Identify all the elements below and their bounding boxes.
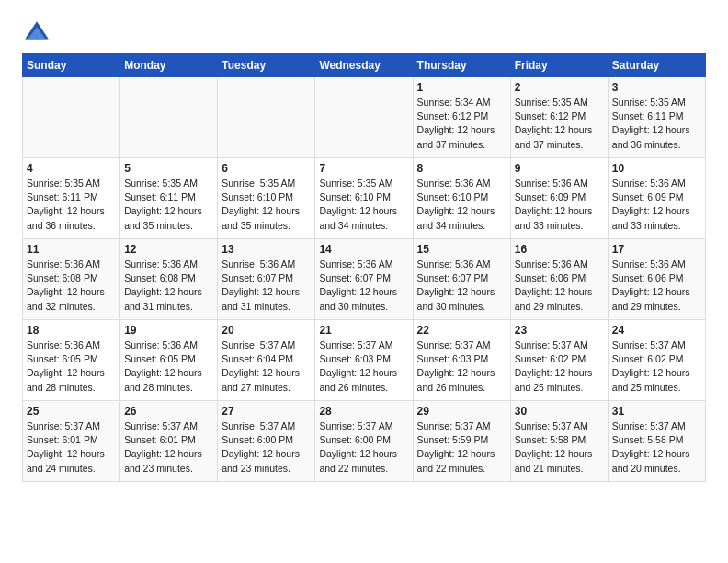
calendar-cell: 11Sunrise: 5:36 AM Sunset: 6:08 PM Dayli… (23, 239, 120, 320)
day-content: Sunrise: 5:36 AM Sunset: 6:09 PM Dayligh… (515, 177, 604, 233)
calendar-cell: 16Sunrise: 5:36 AM Sunset: 6:06 PM Dayli… (510, 239, 608, 320)
calendar-cell: 7Sunrise: 5:35 AM Sunset: 6:10 PM Daylig… (315, 158, 413, 239)
day-number: 2 (515, 81, 604, 94)
calendar-cell: 4Sunrise: 5:35 AM Sunset: 6:11 PM Daylig… (23, 158, 120, 239)
calendar-cell: 14Sunrise: 5:36 AM Sunset: 6:07 PM Dayli… (315, 239, 413, 320)
calendar-cell: 3Sunrise: 5:35 AM Sunset: 6:11 PM Daylig… (608, 77, 705, 158)
day-content: Sunrise: 5:35 AM Sunset: 6:11 PM Dayligh… (612, 96, 701, 152)
calendar-cell: 22Sunrise: 5:37 AM Sunset: 6:03 PM Dayli… (413, 320, 510, 401)
day-content: Sunrise: 5:37 AM Sunset: 6:03 PM Dayligh… (319, 339, 408, 395)
day-number: 19 (124, 324, 213, 337)
calendar-table: SundayMondayTuesdayWednesdayThursdayFrid… (22, 53, 706, 482)
day-number: 5 (124, 162, 213, 175)
calendar-cell: 2Sunrise: 5:35 AM Sunset: 6:12 PM Daylig… (510, 77, 608, 158)
day-number: 12 (124, 243, 213, 256)
page-header (22, 18, 706, 48)
day-number: 11 (27, 243, 116, 256)
calendar-body: 1Sunrise: 5:34 AM Sunset: 6:12 PM Daylig… (23, 77, 706, 482)
day-content: Sunrise: 5:37 AM Sunset: 6:00 PM Dayligh… (319, 419, 408, 476)
day-content: Sunrise: 5:36 AM Sunset: 6:05 PM Dayligh… (27, 339, 116, 395)
day-content: Sunrise: 5:36 AM Sunset: 6:06 PM Dayligh… (612, 258, 701, 314)
day-number: 16 (515, 243, 604, 256)
calendar-cell: 25Sunrise: 5:37 AM Sunset: 6:01 PM Dayli… (23, 401, 120, 482)
day-content: Sunrise: 5:37 AM Sunset: 6:03 PM Dayligh… (417, 339, 506, 395)
day-number: 10 (612, 162, 701, 175)
day-content: Sunrise: 5:37 AM Sunset: 6:04 PM Dayligh… (222, 339, 311, 395)
calendar-cell: 29Sunrise: 5:37 AM Sunset: 5:59 PM Dayli… (413, 401, 510, 482)
day-content: Sunrise: 5:37 AM Sunset: 6:01 PM Dayligh… (27, 419, 116, 476)
day-number: 25 (27, 405, 116, 418)
calendar-week-row: 25Sunrise: 5:37 AM Sunset: 6:01 PM Dayli… (23, 401, 706, 482)
day-content: Sunrise: 5:36 AM Sunset: 6:07 PM Dayligh… (319, 258, 408, 314)
calendar-cell: 23Sunrise: 5:37 AM Sunset: 6:02 PM Dayli… (510, 320, 608, 401)
day-number: 9 (515, 162, 604, 175)
day-number: 18 (27, 324, 116, 337)
day-content: Sunrise: 5:37 AM Sunset: 6:00 PM Dayligh… (222, 419, 311, 476)
calendar-header: SundayMondayTuesdayWednesdayThursdayFrid… (23, 54, 706, 77)
day-content: Sunrise: 5:37 AM Sunset: 6:01 PM Dayligh… (124, 419, 213, 476)
calendar-cell: 13Sunrise: 5:36 AM Sunset: 6:07 PM Dayli… (218, 239, 315, 320)
calendar-cell (120, 77, 218, 158)
weekday-header-saturday: Saturday (608, 54, 705, 77)
day-number: 20 (222, 324, 311, 337)
day-number: 30 (515, 405, 604, 418)
calendar-cell: 24Sunrise: 5:37 AM Sunset: 6:02 PM Dayli… (608, 320, 705, 401)
calendar-cell: 28Sunrise: 5:37 AM Sunset: 6:00 PM Dayli… (315, 401, 413, 482)
calendar-cell: 18Sunrise: 5:36 AM Sunset: 6:05 PM Dayli… (23, 320, 120, 401)
day-content: Sunrise: 5:35 AM Sunset: 6:10 PM Dayligh… (319, 177, 408, 233)
day-number: 7 (319, 162, 408, 175)
day-number: 26 (124, 405, 213, 418)
day-content: Sunrise: 5:37 AM Sunset: 6:02 PM Dayligh… (515, 339, 604, 395)
calendar-cell: 9Sunrise: 5:36 AM Sunset: 6:09 PM Daylig… (510, 158, 608, 239)
calendar-cell: 8Sunrise: 5:36 AM Sunset: 6:10 PM Daylig… (413, 158, 510, 239)
calendar-cell: 31Sunrise: 5:37 AM Sunset: 5:58 PM Dayli… (608, 401, 705, 482)
calendar-cell: 17Sunrise: 5:36 AM Sunset: 6:06 PM Dayli… (608, 239, 705, 320)
calendar-cell: 27Sunrise: 5:37 AM Sunset: 6:00 PM Dayli… (218, 401, 315, 482)
weekday-row: SundayMondayTuesdayWednesdayThursdayFrid… (23, 54, 706, 77)
calendar-week-row: 1Sunrise: 5:34 AM Sunset: 6:12 PM Daylig… (23, 77, 706, 158)
day-content: Sunrise: 5:35 AM Sunset: 6:11 PM Dayligh… (124, 177, 213, 233)
calendar-cell: 26Sunrise: 5:37 AM Sunset: 6:01 PM Dayli… (120, 401, 218, 482)
logo (22, 18, 55, 48)
day-number: 4 (27, 162, 116, 175)
calendar-cell: 20Sunrise: 5:37 AM Sunset: 6:04 PM Dayli… (218, 320, 315, 401)
day-content: Sunrise: 5:35 AM Sunset: 6:10 PM Dayligh… (222, 177, 311, 233)
calendar-cell: 6Sunrise: 5:35 AM Sunset: 6:10 PM Daylig… (218, 158, 315, 239)
weekday-header-friday: Friday (510, 54, 608, 77)
day-content: Sunrise: 5:37 AM Sunset: 5:58 PM Dayligh… (612, 419, 701, 476)
day-content: Sunrise: 5:36 AM Sunset: 6:07 PM Dayligh… (417, 258, 506, 314)
day-number: 3 (612, 81, 701, 94)
day-number: 22 (417, 324, 506, 337)
day-content: Sunrise: 5:36 AM Sunset: 6:10 PM Dayligh… (417, 177, 506, 233)
day-content: Sunrise: 5:36 AM Sunset: 6:08 PM Dayligh… (27, 258, 116, 314)
day-content: Sunrise: 5:37 AM Sunset: 5:58 PM Dayligh… (515, 419, 604, 476)
day-content: Sunrise: 5:36 AM Sunset: 6:08 PM Dayligh… (124, 258, 213, 314)
day-number: 29 (417, 405, 506, 418)
calendar-cell: 19Sunrise: 5:36 AM Sunset: 6:05 PM Dayli… (120, 320, 218, 401)
day-content: Sunrise: 5:36 AM Sunset: 6:05 PM Dayligh… (124, 339, 213, 395)
day-number: 1 (417, 81, 506, 94)
calendar-cell: 30Sunrise: 5:37 AM Sunset: 5:58 PM Dayli… (510, 401, 608, 482)
calendar-week-row: 11Sunrise: 5:36 AM Sunset: 6:08 PM Dayli… (23, 239, 706, 320)
calendar-cell: 15Sunrise: 5:36 AM Sunset: 6:07 PM Dayli… (413, 239, 510, 320)
day-content: Sunrise: 5:36 AM Sunset: 6:09 PM Dayligh… (612, 177, 701, 233)
day-number: 15 (417, 243, 506, 256)
day-number: 6 (222, 162, 311, 175)
day-content: Sunrise: 5:35 AM Sunset: 6:12 PM Dayligh… (515, 96, 604, 152)
day-content: Sunrise: 5:37 AM Sunset: 6:02 PM Dayligh… (612, 339, 701, 395)
weekday-header-tuesday: Tuesday (218, 54, 315, 77)
calendar-week-row: 4Sunrise: 5:35 AM Sunset: 6:11 PM Daylig… (23, 158, 706, 239)
calendar-cell: 1Sunrise: 5:34 AM Sunset: 6:12 PM Daylig… (413, 77, 510, 158)
weekday-header-wednesday: Wednesday (315, 54, 413, 77)
day-content: Sunrise: 5:34 AM Sunset: 6:12 PM Dayligh… (417, 96, 506, 152)
day-number: 24 (612, 324, 701, 337)
calendar-cell: 5Sunrise: 5:35 AM Sunset: 6:11 PM Daylig… (120, 158, 218, 239)
day-number: 17 (612, 243, 701, 256)
logo-icon (22, 18, 51, 48)
day-number: 21 (319, 324, 408, 337)
calendar-cell: 12Sunrise: 5:36 AM Sunset: 6:08 PM Dayli… (120, 239, 218, 320)
calendar-cell (218, 77, 315, 158)
calendar-week-row: 18Sunrise: 5:36 AM Sunset: 6:05 PM Dayli… (23, 320, 706, 401)
day-number: 13 (222, 243, 311, 256)
weekday-header-monday: Monday (120, 54, 218, 77)
